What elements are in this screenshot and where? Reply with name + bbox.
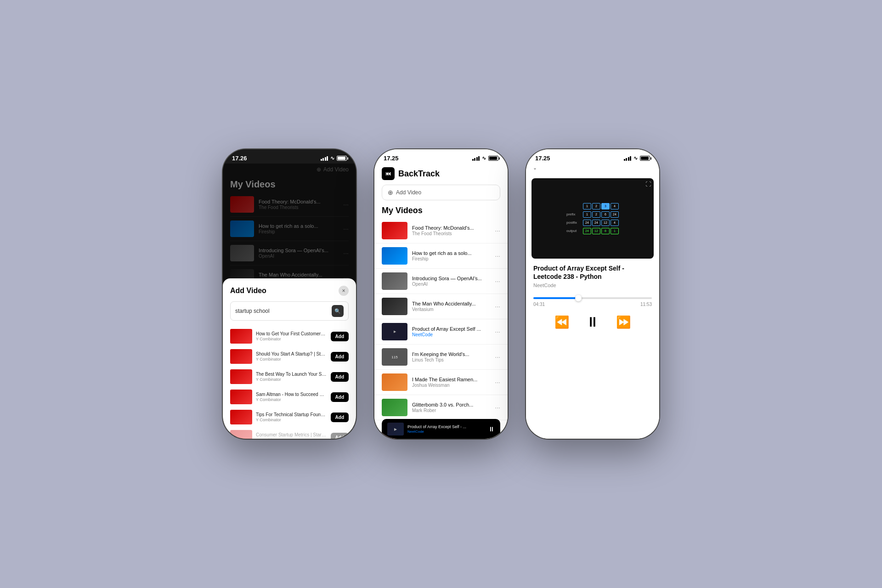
time-phone3: 17.25 (535, 155, 550, 162)
pause-button[interactable]: ⏸ (586, 314, 599, 330)
list-item: How to get rich as a solo... Fireship ··… (374, 243, 508, 269)
more-button[interactable]: ··· (495, 328, 500, 335)
thumbnail: ▶ (382, 323, 407, 340)
result-title: Tips For Technical Startup Founder... (256, 412, 327, 417)
more-button[interactable]: ··· (495, 379, 500, 386)
thumbnail (382, 373, 407, 391)
vis-cell: 2 (592, 211, 600, 218)
result-channel: Y Combinator (256, 337, 327, 341)
list-item: How to Get Your First Customers | ... Y … (230, 326, 349, 346)
player-controls: ⏪ ⏸ ⏩ (526, 307, 659, 337)
search-input[interactable]: startup school (235, 308, 328, 314)
chevron-down-icon[interactable]: ˅ (533, 167, 537, 175)
pause-button[interactable]: ⏸ (488, 425, 495, 433)
video-list: Food Theory: McDonald's... The Food Theo… (374, 218, 508, 439)
player-header: ˅ (526, 164, 659, 178)
list-item: 115 I'm Keeping the World's... Linus Tec… (374, 345, 508, 370)
thumbnail (230, 410, 252, 424)
battery-icon (488, 156, 498, 161)
player-title: Product of Array Except Self - Leetcode … (526, 259, 659, 282)
more-button[interactable]: ··· (495, 252, 500, 260)
more-button[interactable]: ··· (495, 227, 500, 234)
rewind-button[interactable]: ⏪ (554, 315, 569, 329)
signal-icon (624, 156, 632, 161)
time-phone2: 17.25 (384, 155, 399, 162)
video-channel: NeetCode (412, 332, 490, 337)
postfix-label: postfix (566, 220, 581, 225)
phone-3: 17.25 ∿ ˅ 1 2 3 (526, 149, 659, 439)
video-title: Food Theory: McDonald's... (412, 225, 490, 231)
progress-fill (533, 297, 578, 299)
vis-cell: 24 (592, 220, 600, 226)
status-bar-phone3: 17.25 ∿ (526, 149, 659, 164)
thumbnail (382, 399, 407, 416)
phone-1: 17.26 ∿ ⊕ Add Video My Videos (223, 149, 356, 439)
thumbnail (382, 272, 407, 290)
modal-header: Add Video × (230, 286, 349, 296)
list-item: Glitterbomb 3.0 vs. Porch... Mark Rober … (374, 395, 508, 420)
modal-overlay[interactable]: Add Video × startup school 🔍 How to Ge (223, 164, 356, 439)
result-channel: Y Combinator (256, 438, 327, 439)
list-item: Tips For Technical Startup Founder... Y … (230, 407, 349, 427)
thumbnail (382, 247, 407, 265)
app-name: BackTrack (398, 169, 440, 179)
search-button[interactable]: 🔍 (332, 305, 344, 317)
vis-cell: 24 (583, 220, 591, 226)
progress-thumb[interactable] (575, 295, 582, 301)
add-button[interactable]: Add (331, 332, 349, 341)
wifi-icon: ∿ (482, 155, 486, 161)
vis-cell: 4 (611, 220, 619, 226)
vis-cell: 4 (611, 203, 619, 209)
fast-forward-button[interactable]: ⏩ (616, 315, 631, 329)
now-playing-bar[interactable]: ▶ Product of Array Except Self - ... Nee… (382, 419, 500, 439)
search-bar[interactable]: startup school 🔍 (230, 301, 349, 321)
result-title: Consumer Startup Metrics | Startu... (256, 432, 327, 437)
expand-icon[interactable]: ⛶ (645, 181, 651, 187)
video-channel: OpenAI (412, 282, 490, 287)
list-item: Introducing Sora — OpenAI's... OpenAI ··… (374, 269, 508, 294)
signal-icon (321, 156, 328, 161)
add-button[interactable]: Add (331, 372, 349, 382)
thumbnail: 115 (382, 348, 407, 366)
add-video-button[interactable]: ⊕ Add Video (382, 185, 500, 200)
list-item: The Best Way To Launch Your Start... Y C… (230, 367, 349, 387)
list-item: Food Theory: McDonald's... The Food Theo… (374, 218, 508, 243)
more-button[interactable]: ··· (495, 353, 500, 361)
result-channel: Y Combinator (256, 377, 327, 382)
player-channel: NeetCode (526, 282, 659, 294)
more-button[interactable]: ··· (495, 404, 500, 411)
thumbnail (230, 430, 252, 439)
list-item: Consumer Startup Metrics | Startu... Y C… (230, 427, 349, 439)
vis-cell: 24 (611, 211, 619, 218)
video-channel: Veritasium (412, 307, 490, 312)
vis-cell: 1 (611, 228, 619, 234)
more-button[interactable]: ··· (495, 303, 500, 310)
result-channel: Y Combinator (256, 418, 327, 422)
vis-output-row: output 24 12 8 1 (566, 228, 619, 234)
search-icon: 🔍 (334, 308, 341, 314)
add-video-label: Add Video (396, 189, 421, 196)
progress-track[interactable] (533, 297, 652, 299)
progress-area[interactable]: 04:31 11:53 (526, 297, 659, 307)
status-bar-phone1: 17.26 ∿ (223, 149, 356, 164)
signal-icon (472, 156, 480, 161)
add-button[interactable]: Add (331, 433, 349, 439)
phone-2: 17.25 ∿ ⏮ BackTrack ⊕ Add Video My Video… (374, 149, 508, 439)
my-videos-title: My Videos (374, 204, 508, 218)
plus-circle-icon: ⊕ (388, 189, 393, 196)
modal-close-button[interactable]: × (339, 286, 349, 296)
vis-cell: 1 (583, 211, 591, 218)
list-item: ▶ Product of Array Except Self ... NeetC… (374, 319, 508, 345)
video-channel: Fireship (412, 256, 490, 261)
video-title: Introducing Sora — OpenAI's... (412, 276, 490, 281)
search-results: How to Get Your First Customers | ... Y … (230, 326, 349, 439)
video-visualization: 1 2 3 4 prefix 1 2 6 24 (531, 178, 654, 259)
result-title: Should You Start A Startup? | Start... (256, 351, 327, 356)
list-item: Should You Start A Startup? | Start... Y… (230, 346, 349, 367)
add-button[interactable]: Add (331, 392, 349, 402)
add-button[interactable]: Add (331, 413, 349, 422)
video-player-thumbnail: 1 2 3 4 prefix 1 2 6 24 (531, 178, 654, 259)
add-button[interactable]: Add (331, 352, 349, 362)
more-button[interactable]: ··· (495, 277, 500, 285)
vis-postfix-row: postfix 24 24 12 4 (566, 220, 619, 226)
